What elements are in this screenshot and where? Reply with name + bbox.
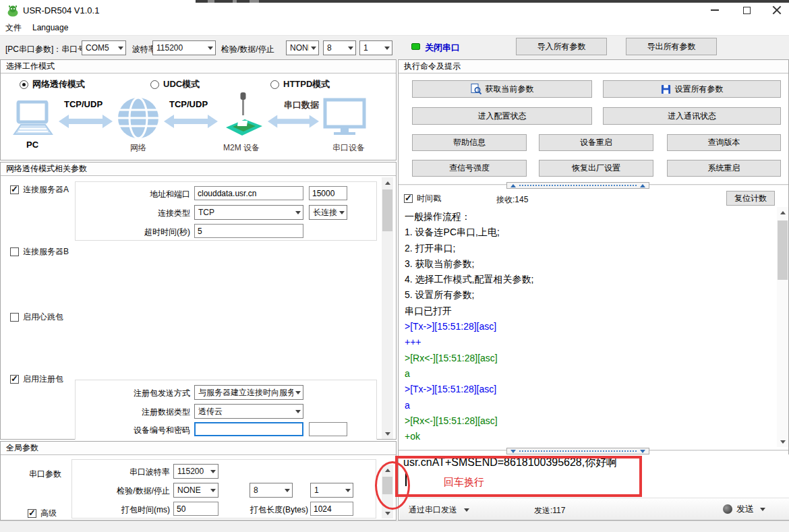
set-all-params-button[interactable]: 设置所有参数 [603,80,781,98]
diagram-m2m-label: M2M 设备 [223,142,260,154]
log-output[interactable]: 一般操作流程： 1. 设备连PC串口,上电; 2. 打开串口; 3. 获取当前参… [399,207,777,447]
system-restart-button[interactable]: 系统重启 [667,160,781,177]
factory-reset-button[interactable]: 恢复出厂设置 [539,160,653,177]
radio-row-transparent-mode[interactable]: 网络透传模式 [20,78,85,90]
com-port-select[interactable]: COM5 [82,40,126,55]
scrollbar-thumb[interactable] [778,220,788,280]
radio-row-httpd-mode[interactable]: HTTPD模式 [270,78,330,90]
chevron-down-icon [339,211,345,214]
log-line: >[Rx<-][15:51:28][asc] [399,351,777,366]
send-bar: 通过串口发送 发送:117 发送 [399,498,789,520]
enter-config-button[interactable]: 进入配置状态 [412,107,592,125]
minimize-button[interactable] [705,4,725,16]
arrow-left-right-icon [268,113,319,130]
radio-row-udc-mode[interactable]: UDC模式 [150,78,200,90]
regpack-row[interactable]: 启用注册包 [10,374,63,385]
server-a-label: 连接服务器A [23,184,69,196]
section-work-mode: 选择工作模式 网络透传模式 UDC模式 HTTPD模式 PC TCP/UDP 网… [0,59,397,160]
collapse-up-icon [510,184,516,187]
net-params-scrollbar[interactable] [382,177,393,439]
advanced-checkbox[interactable] [28,509,36,518]
radio-udc-mode-label: UDC模式 [163,78,200,90]
stopbits-select[interactable]: 1 [359,40,392,55]
export-params-button[interactable]: 导出所有参数 [626,38,717,55]
global-parity-select[interactable]: NONE [173,483,218,498]
global-stopbits-select[interactable]: 1 [310,483,353,498]
server-a-row[interactable]: 连接服务器A [10,184,69,196]
scroll-down-icon[interactable] [382,428,393,439]
log-line: 2. 打开串口; [399,241,777,256]
device-pwd-input[interactable] [309,422,347,436]
radio-udc-mode[interactable] [150,80,159,89]
scroll-down-icon[interactable] [777,436,788,447]
heartbeat-checkbox[interactable] [10,313,19,322]
import-params-button[interactable]: 导入所有参数 [516,38,607,55]
log-line: a [399,366,777,382]
baud-select[interactable]: 115200 [152,40,216,55]
parity-label: 检验/数据/停止 [221,44,274,55]
reg-send-mode-label: 注册包发送方式 [76,388,190,399]
device-restart-button[interactable]: 设备重启 [539,134,653,151]
global-baud-label: 串口波特率 [72,467,170,478]
timestamp-checkbox[interactable] [404,194,413,203]
databits-select[interactable]: 8 [323,40,356,55]
radio-httpd-mode[interactable] [270,80,279,89]
device-id-input[interactable] [194,422,303,436]
diagram-link1-label: TCP/UDP [64,99,103,109]
scroll-up-icon[interactable] [777,207,788,218]
log-splitter-bottom[interactable] [399,448,788,454]
server-a-fieldset: 地址和端口 连接类型 TCP 长连接 超时时间(秒) [75,181,377,241]
splitter-handle[interactable] [506,182,649,189]
send-via-dropdown[interactable]: 通过串口发送 [409,504,469,516]
log-line: +ok [399,429,777,444]
close-serial-button[interactable]: 关闭串口 [425,42,460,54]
menu-file[interactable]: 文件 [0,21,27,35]
radio-transparent-mode[interactable] [20,80,28,89]
send-button[interactable]: 发送 [723,503,765,515]
timestamp-row[interactable]: 时间戳 [404,193,441,204]
chevron-down-icon [311,47,316,50]
reg-send-mode-select[interactable]: 与服务器建立连接时向服务 [194,385,303,400]
search-doc-icon [471,84,481,94]
collapse-down-icon [510,450,516,453]
collapse-down-icon [640,450,645,453]
advanced-row[interactable]: 高级 [28,508,57,519]
query-version-button[interactable]: 查询版本 [667,134,781,151]
title-bar: USR-DR504 V1.0.1 [0,0,789,20]
log-splitter-top[interactable] [399,182,788,189]
reset-count-button[interactable]: 复位计数 [726,191,775,206]
heartbeat-row[interactable]: 启用心跳包 [10,312,63,323]
server-b-row[interactable]: 连接服务器B [10,246,69,258]
pack-len-input[interactable] [310,502,353,516]
global-baud-select[interactable]: 115200 [173,464,218,479]
pack-time-input[interactable] [173,502,218,516]
reg-data-type-select[interactable]: 透传云 [194,404,303,419]
server-b-checkbox[interactable] [10,247,19,256]
server-a-port-input[interactable] [309,186,347,200]
parity-select[interactable]: NONI [286,40,319,55]
addr-port-label: 地址和端口 [76,189,190,200]
conn-type-select[interactable]: TCP [194,205,303,220]
global-databits-select[interactable]: 8 [250,483,293,498]
diagram-link2-label: TCP/UDP [169,99,208,109]
enter-comm-button[interactable]: 进入通讯状态 [603,107,781,125]
log-line: >[Tx->][15:51:28][asc] [399,382,777,397]
scroll-up-icon[interactable] [382,177,393,188]
signal-strength-button[interactable]: 查信号强度 [412,160,527,177]
log-scrollbar[interactable] [777,207,788,447]
network-globe-icon [117,96,160,140]
timeout-input[interactable] [194,224,303,238]
recv-count: 接收:145 [496,194,528,206]
server-a-checkbox[interactable] [10,185,19,194]
help-info-button[interactable]: 帮助信息 [412,134,527,151]
maximize-button[interactable] [736,4,757,16]
server-a-address-input[interactable] [194,186,303,200]
close-button[interactable] [766,4,786,16]
splitter-handle[interactable] [506,448,649,454]
menu-language[interactable]: Language [27,22,74,34]
net-params-title: 网络透传模式相关参数 [1,162,396,176]
keepalive-select[interactable]: 长连接 [309,205,347,220]
regpack-checkbox[interactable] [10,375,19,384]
get-params-button[interactable]: 获取当前参数 [412,80,592,98]
scrollbar-thumb[interactable] [382,189,392,231]
